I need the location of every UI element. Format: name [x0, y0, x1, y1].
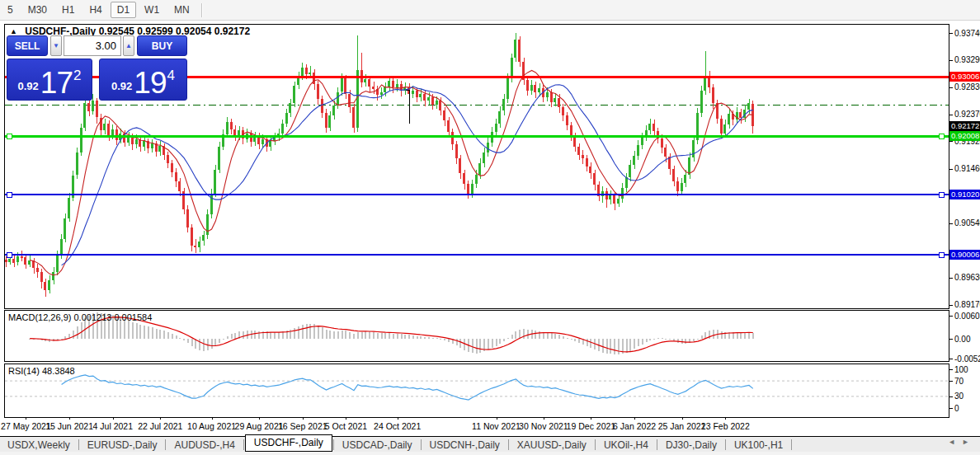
chart-tab-usdcad[interactable]: USDCAD-,Daily — [335, 438, 420, 453]
tabs-scroll-arrows: ◄► — [948, 438, 976, 446]
price-tick-label: 0.89630 — [954, 273, 980, 282]
price-tick — [949, 87, 953, 88]
support-line-blue-2[interactable] — [5, 254, 949, 256]
macd-tick — [949, 359, 953, 359]
price-tick — [949, 141, 953, 142]
timeframe-button-h1[interactable]: H1 — [55, 2, 81, 18]
date-label: 10 Aug 2021 — [181, 421, 243, 431]
tab-separator — [725, 439, 726, 450]
chart-tab-dj30[interactable]: DJ30-,Daily — [658, 438, 724, 453]
chart-tab-audusd[interactable]: AUDUSD-,H4 — [167, 438, 242, 453]
buy-price-small: 0.92 — [111, 80, 132, 92]
price-badge: 0.92008 — [949, 131, 980, 141]
chart-tab-ukoil[interactable]: UKOil-,H4 — [596, 438, 656, 453]
chart-tabs-bar: USDX,WeeklyEURUSD-,DailyAUDUSD-,H4USDCHF… — [0, 436, 980, 453]
tab-separator — [333, 439, 334, 450]
support-line-blue-1-handle[interactable] — [7, 192, 12, 198]
date-label: 30 Nov 2021 — [513, 421, 574, 431]
support-line-green-handle[interactable] — [939, 134, 945, 139]
macd-pane[interactable]: MACD(12,26,9) 0.001213 0.001584 — [4, 310, 949, 362]
support-line-green-handle[interactable] — [7, 134, 12, 139]
date-label: 16 Sep 2021 — [272, 421, 333, 431]
price-tick-label: 0.91920 — [954, 137, 980, 146]
sell-button[interactable]: SELL — [7, 35, 48, 56]
timeframe-button-d1[interactable]: D1 — [111, 2, 136, 18]
buy-price[interactable]: 0.92194 — [99, 59, 187, 101]
price-tick — [949, 278, 953, 279]
date-label: 25 Jan 2022 — [652, 421, 713, 431]
tabs-scroll-right-icon[interactable]: ► — [962, 438, 976, 446]
price-tick — [949, 33, 953, 34]
rsi-tick-label: 100 — [954, 365, 968, 374]
price-tick — [949, 115, 953, 115]
date-label: 15 Jun 2021 — [39, 421, 100, 431]
timeframe-button-w1[interactable]: W1 — [138, 2, 166, 18]
macd-tick-label: -0.00522 — [954, 354, 980, 364]
sell-price[interactable]: 0.92172 — [7, 59, 92, 101]
tab-separator — [243, 439, 244, 450]
tab-separator — [595, 439, 596, 450]
price-tick — [949, 60, 953, 61]
date-label: 11 Nov 2021 — [466, 421, 527, 431]
rsi-tick — [949, 369, 953, 370]
date-label: 19 Dec 2021 — [560, 421, 621, 431]
tab-separator — [165, 439, 166, 450]
rsi-tick-label: 70 — [954, 377, 964, 386]
price-tick-label: 0.92370 — [954, 110, 980, 119]
volume-up-button[interactable]: ▲ — [123, 35, 134, 56]
support-line-blue-1[interactable] — [5, 194, 949, 195]
support-line-blue-1-handle[interactable] — [939, 192, 945, 198]
chart-tab-xauusd[interactable]: XAUUSD-,Daily — [510, 438, 594, 453]
rsi-tick — [949, 381, 953, 382]
rsi-tick-label: 30 — [954, 392, 964, 401]
chart-tab-usdcnh[interactable]: USDCNH-,Daily — [422, 438, 507, 453]
support-line-blue-2-handle[interactable] — [7, 252, 12, 258]
price-tick — [949, 223, 953, 224]
rsi-tick — [949, 396, 953, 397]
sell-price-big: 17 — [40, 71, 73, 96]
volume-down-button[interactable]: ▼ — [50, 35, 62, 56]
timeframe-toolbar: 5M30H1H4D1W1MN — [0, 0, 980, 21]
volume-input[interactable]: 3.00 — [64, 35, 121, 56]
timeframe-button-mn[interactable]: MN — [167, 2, 196, 18]
macd-tick — [949, 339, 953, 340]
buy-price-big: 19 — [134, 71, 166, 96]
price-tick-label: 0.89170 — [954, 300, 980, 309]
rsi-pane[interactable]: RSI(14) 48.3848 — [4, 364, 949, 418]
price-tick-label: 0.93290 — [954, 55, 980, 64]
chart-tab-eurusd[interactable]: EURUSD-,Daily — [80, 438, 165, 453]
chart-tab-usdchf[interactable]: USDCHF-,Daily — [245, 434, 332, 452]
tab-separator — [421, 439, 422, 450]
chart-tab-uk100[interactable]: UK100-,H1 — [727, 438, 790, 453]
one-click-trading-panel: SELL ▼ 3.00 ▲ BUY 0.92172 0.92194 — [7, 35, 187, 101]
sell-price-sup: 2 — [73, 68, 81, 84]
timeframe-button-h4[interactable]: H4 — [82, 2, 108, 18]
price-badge: 0.91020 — [949, 190, 980, 199]
rsi-label: RSI(14) 48.3848 — [8, 366, 75, 376]
timeframe-button-m30[interactable]: M30 — [21, 2, 54, 18]
chevron-up-icon: ▲ — [125, 42, 132, 49]
rsi-tick-label: 0 — [954, 404, 959, 413]
macd-tick — [949, 316, 953, 317]
price-tick — [949, 169, 953, 170]
support-line-blue-2-handle[interactable] — [939, 252, 945, 258]
date-label: 22 Jul 2021 — [130, 421, 191, 431]
tabs-scroll-left-icon[interactable]: ◄ — [948, 438, 962, 446]
window-bottom-strip — [0, 452, 980, 455]
chevron-down-icon: ▼ — [53, 42, 59, 49]
chart-tab-usdx[interactable]: USDX,Weekly — [0, 438, 78, 453]
price-tick — [949, 305, 953, 306]
date-label: 27 May 2021 — [0, 421, 56, 431]
tab-separator — [78, 439, 79, 450]
date-label: 4 Jul 2021 — [82, 421, 144, 431]
macd-label: MACD(12,26,9) 0.001213 0.001584 — [8, 312, 152, 322]
price-badge: 0.93006 — [949, 72, 980, 82]
timeframe-button-5[interactable]: 5 — [1, 2, 20, 18]
date-label: 6 Jan 2022 — [604, 421, 665, 431]
price-tick-label: 0.91460 — [954, 164, 980, 173]
toolbar-separator — [201, 3, 203, 17]
rsi-tick — [949, 408, 953, 409]
price-badge: 0.92172 — [949, 121, 980, 131]
support-line-green[interactable] — [5, 135, 949, 138]
buy-button[interactable]: BUY — [137, 35, 187, 56]
